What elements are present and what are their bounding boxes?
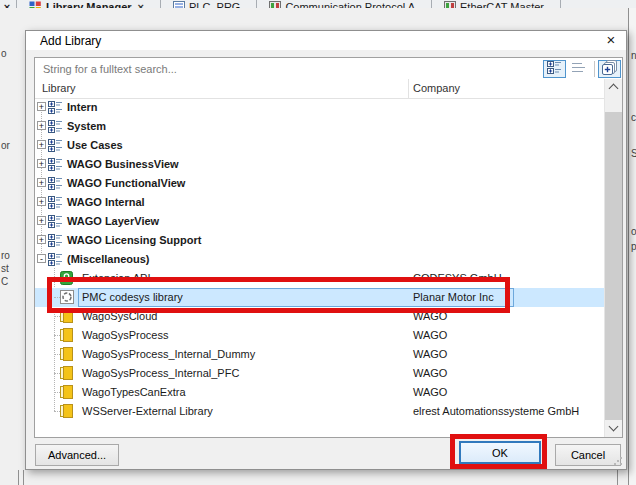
stacked-pages-add-button[interactable] xyxy=(598,60,621,78)
column-header-library[interactable]: Library xyxy=(42,82,76,94)
tab-separator xyxy=(431,0,432,8)
background-window-edge xyxy=(23,470,24,485)
stacked-pages-add-icon xyxy=(602,60,618,77)
tree-row[interactable]: PMC codesys libraryPlanar Motor Inc xyxy=(35,288,605,307)
tree-row[interactable]: +WAGO LayerView xyxy=(35,212,605,231)
tree-row[interactable]: -(Miscellaneous) xyxy=(35,250,605,269)
tree-row[interactable]: +WAGO FunctionalView xyxy=(35,174,605,193)
editor-tab[interactable]: Communication Protocol A xyxy=(259,0,429,8)
tree-category-label: Use Cases xyxy=(67,139,123,151)
device-icon xyxy=(444,1,456,8)
tree-category-label: System xyxy=(67,120,106,132)
tree-category-icon xyxy=(48,139,63,154)
library-name: WagoSysCloud xyxy=(78,307,514,326)
tree-row[interactable]: WSServer-External Libraryelrest Automati… xyxy=(35,402,605,421)
tree-row[interactable]: +Use Cases xyxy=(35,136,605,155)
editor-tab[interactable]: Library Manager× xyxy=(19,0,158,8)
expand-icon[interactable]: + xyxy=(37,140,46,149)
occluded-text-fragment: c xyxy=(631,112,636,123)
scrollbar-up-icon[interactable] xyxy=(605,79,622,96)
pou-icon xyxy=(173,1,185,8)
search-input[interactable] xyxy=(41,60,540,78)
tree-category-icon xyxy=(48,158,63,173)
device-icon xyxy=(269,1,281,8)
pmc-library-icon xyxy=(60,290,74,306)
dialog-titlebar[interactable]: Add Library × xyxy=(26,31,626,50)
tree-row[interactable]: WagoSysProcessWAGO xyxy=(35,326,605,345)
expand-icon[interactable]: + xyxy=(37,216,46,225)
list-scrollbar[interactable] xyxy=(604,79,622,437)
tab-separator xyxy=(560,0,561,8)
tree-row[interactable]: +Intern xyxy=(35,98,605,117)
tree-category-label: WAGO FunctionalView xyxy=(67,177,185,189)
tab-close-icon[interactable]: × xyxy=(138,1,144,8)
editor-tab-label: PLC_PRG xyxy=(189,1,240,8)
yellow-library-icon xyxy=(60,347,73,363)
tree-row[interactable]: WagoSysCloudWAGO xyxy=(35,307,605,326)
tree-row[interactable]: Extension APICODESYS GmbH xyxy=(35,269,605,288)
library-company: WAGO xyxy=(413,307,447,326)
tree-row[interactable]: +WAGO Licensing Support xyxy=(35,231,605,250)
occluded-text-fragment: ro xyxy=(1,250,10,261)
flat-list-view-icon xyxy=(571,61,586,76)
tree-row[interactable]: +WAGO Internal xyxy=(35,193,605,212)
background-window-edge xyxy=(18,470,19,485)
expand-icon[interactable]: + xyxy=(37,121,46,130)
tab-close-icon[interactable]: × xyxy=(0,0,14,8)
tree-row[interactable]: WagoTypesCanExtraWAGO xyxy=(35,383,605,402)
tree-category-label: WAGO Internal xyxy=(67,196,145,208)
editor-tab[interactable]: PLC_PRG xyxy=(163,0,254,8)
expand-icon[interactable]: + xyxy=(37,102,46,111)
occluded-text-fragment: o xyxy=(1,48,7,59)
expand-icon[interactable]: + xyxy=(37,159,46,168)
category-view-button[interactable] xyxy=(543,60,566,78)
scrollbar-thumb[interactable] xyxy=(605,112,622,420)
advanced-button[interactable]: Advanced... xyxy=(35,444,119,466)
editor-tab-label: EtherCAT Master xyxy=(460,1,544,8)
flat-list-view-button[interactable] xyxy=(567,60,590,78)
cancel-button[interactable]: Cancel xyxy=(555,444,621,466)
tree-category-icon xyxy=(48,101,63,116)
library-manager-icon xyxy=(29,1,42,8)
column-header-company[interactable]: Company xyxy=(413,82,460,94)
occluded-text-fragment: or xyxy=(1,140,10,151)
library-name: WagoSysProcess_Internal_PFC xyxy=(78,364,514,383)
expand-icon[interactable]: + xyxy=(37,235,46,244)
close-icon[interactable]: × xyxy=(600,32,622,49)
tree-category-label: WAGO Licensing Support xyxy=(67,234,201,246)
tree-category-label: WAGO BusinessView xyxy=(67,158,179,170)
library-company: WAGO xyxy=(413,364,447,383)
background-right-panel: ncSop xyxy=(628,8,636,485)
tree-row[interactable]: +System xyxy=(35,117,605,136)
occluded-text-fragment: o xyxy=(631,226,636,237)
tab-separator xyxy=(256,0,257,8)
screenshot-stage: ×Library Manager×PLC_PRGCommunication Pr… xyxy=(0,0,636,485)
tree-row[interactable]: WagoSysProcess_Internal_DummyWAGO xyxy=(35,345,605,364)
library-company: WAGO xyxy=(413,326,447,345)
library-name: WagoSysProcess xyxy=(78,326,514,345)
occluded-text-fragment: st xyxy=(1,263,9,274)
library-name: WagoTypesCanExtra xyxy=(78,383,514,402)
yellow-library-icon xyxy=(60,385,73,401)
yellow-library-icon xyxy=(60,328,73,344)
ok-button[interactable]: OK xyxy=(459,441,541,464)
lock-icon xyxy=(60,271,73,287)
library-company: WAGO xyxy=(413,345,447,364)
resize-grip[interactable] xyxy=(613,456,623,466)
expand-icon[interactable]: + xyxy=(37,178,46,187)
tree-row[interactable]: WagoSysProcess_Internal_PFCWAGO xyxy=(35,364,605,383)
tree-category-label: WAGO LayerView xyxy=(67,215,159,227)
tree-category-icon xyxy=(48,196,63,211)
tree-row[interactable]: +WAGO BusinessView xyxy=(35,155,605,174)
occluded-text-fragment: S xyxy=(631,148,636,159)
occluded-text-fragment: C xyxy=(1,276,8,287)
scrollbar-down-icon[interactable] xyxy=(605,420,622,437)
yellow-library-icon xyxy=(60,404,73,420)
expand-icon[interactable]: + xyxy=(37,197,46,206)
add-library-dialog: Add Library × Library Company +Intern+Sy… xyxy=(25,30,627,470)
editor-tab[interactable]: EtherCAT Master xyxy=(434,0,558,8)
column-separator[interactable] xyxy=(408,79,409,98)
dialog-title: Add Library xyxy=(40,34,101,48)
collapse-icon[interactable]: - xyxy=(37,254,46,263)
search-row xyxy=(35,58,622,80)
